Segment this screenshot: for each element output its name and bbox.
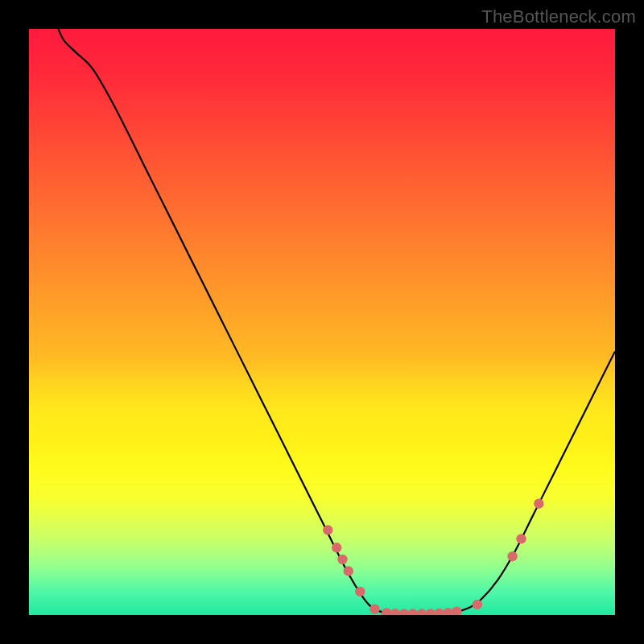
watermark-text: TheBottleneck.com	[481, 6, 636, 27]
data-dot	[452, 606, 461, 615]
data-dot	[516, 534, 526, 543]
data-dot	[390, 609, 400, 615]
data-dot	[534, 498, 543, 508]
data-dot	[417, 609, 427, 615]
data-dot	[382, 608, 391, 615]
data-dots	[323, 498, 543, 615]
data-dot	[323, 525, 332, 535]
data-dot	[399, 609, 409, 615]
data-dot	[332, 543, 341, 552]
data-dot	[473, 600, 482, 609]
data-dot	[425, 609, 435, 615]
data-dot	[507, 551, 517, 561]
data-dot	[355, 587, 365, 597]
bottleneck-curve	[58, 29, 615, 614]
data-dot	[408, 609, 418, 615]
data-dot	[337, 555, 347, 564]
data-dot	[443, 608, 452, 615]
data-dot	[434, 609, 444, 615]
plot-area	[29, 29, 615, 615]
data-dot	[344, 566, 353, 576]
chart-container: TheBottleneck.com	[0, 0, 644, 644]
data-dot	[369, 605, 379, 614]
curve-layer	[29, 29, 615, 615]
